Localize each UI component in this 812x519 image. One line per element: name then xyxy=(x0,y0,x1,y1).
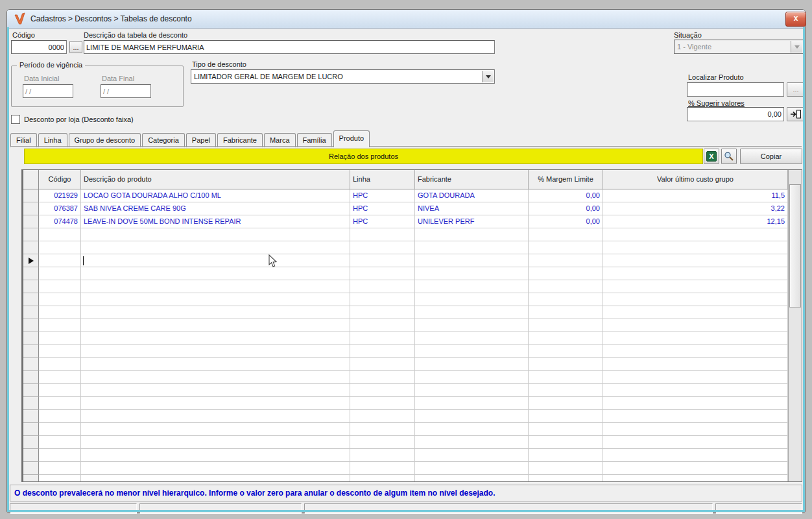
row-selector-cell[interactable] xyxy=(23,371,39,384)
grid-cell-margem[interactable] xyxy=(529,228,603,241)
grid-cell-descricao[interactable] xyxy=(81,436,350,449)
row-selector-cell[interactable] xyxy=(23,202,39,215)
grid-cell-codigo[interactable] xyxy=(39,332,81,345)
grid-cell-fabricante[interactable] xyxy=(415,345,529,358)
table-row[interactable]: 076387SAB NIVEA CREME CARE 90GHPCNIVEA0,… xyxy=(23,202,802,215)
grid-cell-custo[interactable]: 12,15 xyxy=(603,215,788,228)
grid-cell-descricao[interactable] xyxy=(81,423,350,436)
grid-cell-codigo[interactable] xyxy=(39,371,81,384)
grid-cell-codigo[interactable]: 021929 xyxy=(39,189,81,202)
grid-cell-custo[interactable] xyxy=(603,306,788,319)
grid-cell-margem[interactable] xyxy=(529,397,603,410)
row-selector-cell[interactable] xyxy=(23,462,39,475)
grid-cell-margem[interactable] xyxy=(529,319,603,332)
grid-cell-margem[interactable] xyxy=(529,254,603,267)
grid-cell-margem[interactable]: 0,00 xyxy=(529,189,603,202)
grid-cell-linha[interactable] xyxy=(350,462,415,475)
grid-cell-linha[interactable] xyxy=(350,436,415,449)
grid-cell-fabricante[interactable] xyxy=(415,358,529,371)
row-selector-cell[interactable] xyxy=(23,306,39,319)
grid-cell-custo[interactable] xyxy=(603,280,788,293)
grid-cell-codigo[interactable] xyxy=(39,384,81,397)
grid-cell-custo[interactable] xyxy=(603,462,788,475)
grid-cell-custo[interactable] xyxy=(603,397,788,410)
grid-cell-custo[interactable] xyxy=(603,371,788,384)
grid-cell-linha[interactable] xyxy=(350,345,415,358)
grid-cell-codigo[interactable] xyxy=(39,254,81,267)
table-row[interactable] xyxy=(23,267,802,280)
grid-cell-descricao[interactable] xyxy=(81,254,350,267)
grid-cell-margem[interactable]: 0,00 xyxy=(529,215,603,228)
table-row[interactable] xyxy=(23,358,802,371)
grid-cell-descricao[interactable] xyxy=(81,397,350,410)
grid-cell-margem[interactable] xyxy=(529,358,603,371)
grid-cell-custo[interactable] xyxy=(603,267,788,280)
grid-cell-linha[interactable]: HPC xyxy=(350,202,415,215)
grid-cell-codigo[interactable] xyxy=(39,228,81,241)
grid-cell-codigo[interactable]: 074478 xyxy=(39,215,81,228)
grid-cell-margem[interactable] xyxy=(529,475,603,481)
grid-cell-descricao[interactable] xyxy=(81,384,350,397)
grid-cell-custo[interactable] xyxy=(603,436,788,449)
table-row[interactable]: 021929LOCAO GOTA DOURADA ALHO C/100 MLHP… xyxy=(23,189,802,202)
grid-cell-linha[interactable]: HPC xyxy=(350,189,415,202)
grid-cell-codigo[interactable] xyxy=(39,462,81,475)
row-selector-cell[interactable] xyxy=(23,449,39,462)
grid-cell-descricao[interactable] xyxy=(81,319,350,332)
table-row[interactable] xyxy=(23,397,802,410)
tipo-desconto-select[interactable]: LIMITADOR GERAL DE MARGEM DE LUCRO xyxy=(191,69,495,84)
row-selector-cell[interactable] xyxy=(23,189,39,202)
desconto-por-loja-checkbox[interactable] xyxy=(11,115,20,124)
grid-cell-descricao[interactable] xyxy=(81,462,350,475)
table-row[interactable]: 074478LEAVE-IN DOVE 50ML BOND INTENSE RE… xyxy=(23,215,802,228)
table-row[interactable] xyxy=(23,449,802,462)
grid-cell-linha[interactable] xyxy=(350,410,415,423)
grid-cell-custo[interactable] xyxy=(603,228,788,241)
vertical-scrollbar[interactable] xyxy=(788,170,802,481)
grid-cell-codigo[interactable] xyxy=(39,475,81,481)
grid-cell-custo[interactable] xyxy=(603,423,788,436)
grid-cell-codigo[interactable] xyxy=(39,397,81,410)
grid-cell-descricao[interactable] xyxy=(81,358,350,371)
table-row[interactable] xyxy=(23,319,802,332)
row-selector-cell[interactable] xyxy=(23,358,39,371)
grid-cell-descricao[interactable] xyxy=(81,293,350,306)
grid-cell-fabricante[interactable] xyxy=(415,371,529,384)
grid-cell-codigo[interactable] xyxy=(39,358,81,371)
row-selector-cell[interactable] xyxy=(23,384,39,397)
grid-cell-custo[interactable] xyxy=(603,293,788,306)
grid-cell-fabricante[interactable] xyxy=(415,462,529,475)
tipo-desconto-dropdown-button[interactable] xyxy=(482,71,494,82)
table-row[interactable] xyxy=(23,332,802,345)
grid-cell-codigo[interactable] xyxy=(39,280,81,293)
grid-cell-codigo[interactable] xyxy=(39,319,81,332)
grid-cell-descricao[interactable]: SAB NIVEA CREME CARE 90G xyxy=(81,202,350,215)
grid-cell-descricao[interactable] xyxy=(81,345,350,358)
grid-cell-margem[interactable] xyxy=(529,371,603,384)
grid-cell-custo[interactable] xyxy=(603,475,788,481)
grid-cell-fabricante[interactable]: GOTA DOURADA xyxy=(415,189,529,202)
tab-fabricante[interactable]: Fabricante xyxy=(217,133,263,147)
grid-cell-margem[interactable] xyxy=(529,384,603,397)
sugerir-valores-input[interactable] xyxy=(687,107,784,121)
grid-cell-custo[interactable] xyxy=(603,345,788,358)
table-row[interactable] xyxy=(23,436,802,449)
grid-cell-fabricante[interactable] xyxy=(415,410,529,423)
tab-produto[interactable]: Produto xyxy=(333,130,370,147)
grid-cell-fabricante[interactable] xyxy=(415,254,529,267)
grid-cell-fabricante[interactable] xyxy=(415,423,529,436)
grid-cell-linha[interactable] xyxy=(350,423,415,436)
grid-cell-margem[interactable] xyxy=(529,410,603,423)
grid-cell-fabricante[interactable] xyxy=(415,475,529,481)
grid-cell-linha[interactable] xyxy=(350,254,415,267)
table-row[interactable] xyxy=(23,410,802,423)
grid-cell-margem[interactable] xyxy=(529,241,603,254)
grid-cell-fabricante[interactable] xyxy=(415,436,529,449)
row-selector-cell[interactable] xyxy=(23,293,39,306)
grid-cell-fabricante[interactable] xyxy=(415,332,529,345)
grid-cell-linha[interactable] xyxy=(350,241,415,254)
table-row[interactable] xyxy=(23,293,802,306)
row-selector-cell[interactable] xyxy=(23,332,39,345)
export-excel-button[interactable]: X xyxy=(704,149,719,164)
codigo-input[interactable] xyxy=(11,40,67,54)
